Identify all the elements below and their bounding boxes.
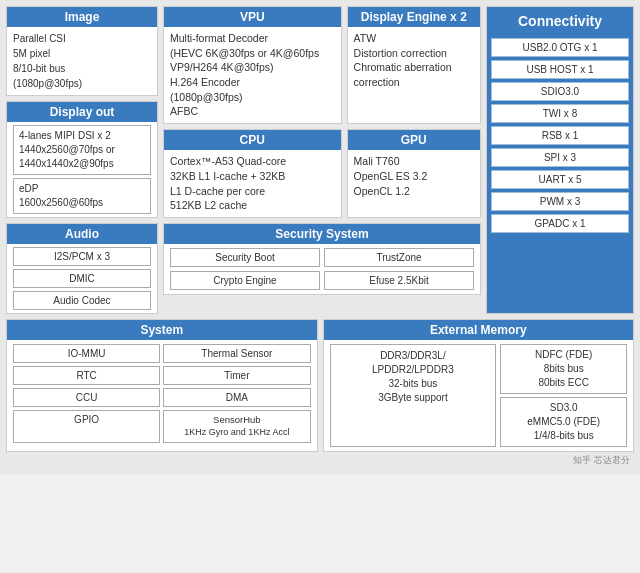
ext-mem-item2: SD3.0eMMC5.0 (FDE)1/4/8-bits bus [500, 397, 627, 447]
cpu-header: CPU [164, 130, 341, 150]
ext-mem-header: External Memory [324, 320, 634, 340]
sys-item-4: CCU [13, 388, 160, 407]
image-body: Parallel CSI5M pixel8/10-bit bus(1080p@3… [7, 27, 157, 95]
mid-col: VPU Multi-format Decoder(HEVC 6K@30fps o… [163, 6, 481, 314]
cpu-body: Cortex™-A53 Quad-core32KB L1 I-cache + 3… [164, 150, 341, 217]
vpu-header: VPU [164, 7, 341, 27]
vpu-block: VPU Multi-format Decoder(HEVC 6K@30fps o… [163, 6, 342, 124]
security-block: Security System Security Boot TrustZone … [163, 223, 481, 295]
audio-block: Audio I2S/PCM x 3 DMIC Audio Codec [6, 223, 158, 314]
gpu-header: GPU [348, 130, 480, 150]
system-block: System IO-MMU Thermal Sensor RTC Timer C… [6, 319, 318, 452]
right-col: Connectivity USB2.0 OTG x 1 USB HOST x 1… [486, 6, 634, 314]
display-engine-block: Display Engine x 2 ATWDistortion correct… [347, 6, 481, 124]
audio-items: I2S/PCM x 3 DMIC Audio Codec [7, 244, 157, 313]
display-out-header: Display out [7, 102, 157, 122]
conn-item-6: UART x 5 [491, 170, 629, 189]
bottom-section: System IO-MMU Thermal Sensor RTC Timer C… [6, 319, 634, 452]
sys-item-1: Thermal Sensor [163, 344, 310, 363]
display-out-item2: eDP1600x2560@60fps [13, 178, 151, 214]
image-block: Image Parallel CSI5M pixel8/10-bit bus(1… [6, 6, 158, 96]
vpu-body: Multi-format Decoder(HEVC 6K@30fps or 4K… [164, 27, 341, 123]
audio-item3: Audio Codec [13, 291, 151, 310]
security-inner: Security Boot TrustZone [164, 244, 480, 271]
ext-mem-item1: NDFC (FDE)8bits bus80bits ECC [500, 344, 627, 394]
connectivity-block: Connectivity USB2.0 OTG x 1 USB HOST x 1… [486, 6, 634, 314]
gpu-body: Mali T760OpenGL ES 3.2OpenCL 1.2 [348, 150, 480, 202]
connectivity-items: USB2.0 OTG x 1 USB HOST x 1 SDIO3.0 TWI … [487, 35, 633, 236]
conn-item-1: USB HOST x 1 [491, 60, 629, 79]
ext-mem-right: NDFC (FDE)8bits bus80bits ECC SD3.0eMMC5… [500, 344, 627, 447]
left-col: Image Parallel CSI5M pixel8/10-bit bus(1… [6, 6, 158, 314]
security-header: Security System [164, 224, 480, 244]
display-out-block: Display out 4-lanes MIPI DSI x 21440x256… [6, 101, 158, 218]
image-content: Parallel CSI5M pixel8/10-bit bus(1080p@3… [13, 31, 151, 91]
audio-header: Audio [7, 224, 157, 244]
ext-mem-inner: DDR3/DDR3L/LPDDR2/LPDDR332-bits bus3GByt… [324, 340, 634, 451]
sys-item-7: SensorHub1KHz Gyro and 1KHz Accl [163, 410, 310, 443]
watermark: 知乎 芯达君分 [6, 452, 634, 469]
sys-item-5: DMA [163, 388, 310, 407]
conn-item-0: USB2.0 OTG x 1 [491, 38, 629, 57]
connectivity-header: Connectivity [487, 7, 633, 35]
display-engine-body: ATWDistortion correctionChromatic aberra… [348, 27, 480, 94]
conn-item-2: SDIO3.0 [491, 82, 629, 101]
external-memory-block: External Memory DDR3/DDR3L/LPDDR2/LPDDR3… [323, 319, 635, 452]
display-engine-header: Display Engine x 2 [348, 7, 480, 27]
sys-item-0: IO-MMU [13, 344, 160, 363]
conn-item-3: TWI x 8 [491, 104, 629, 123]
vpu-display-row: VPU Multi-format Decoder(HEVC 6K@30fps o… [163, 6, 481, 124]
sys-item-6: GPIO [13, 410, 160, 443]
conn-item-8: GPADC x 1 [491, 214, 629, 233]
display-out-items: 4-lanes MIPI DSI x 21440x2560@70fps or14… [7, 122, 157, 217]
security-item3: Crypto Engine [170, 271, 320, 290]
security-inner2: Crypto Engine Efuse 2.5Kbit [164, 271, 480, 294]
display-out-item1: 4-lanes MIPI DSI x 21440x2560@70fps or14… [13, 125, 151, 175]
sys-item-2: RTC [13, 366, 160, 385]
conn-item-7: PWM x 3 [491, 192, 629, 211]
main-wrapper: Image Parallel CSI5M pixel8/10-bit bus(1… [0, 0, 640, 475]
image-header: Image [7, 7, 157, 27]
security-item2: TrustZone [324, 248, 474, 267]
sys-item-3: Timer [163, 366, 310, 385]
audio-item1: I2S/PCM x 3 [13, 247, 151, 266]
top-section: Image Parallel CSI5M pixel8/10-bit bus(1… [6, 6, 634, 314]
system-inner: IO-MMU Thermal Sensor RTC Timer CCU DMA … [7, 340, 317, 447]
audio-item2: DMIC [13, 269, 151, 288]
cpu-block: CPU Cortex™-A53 Quad-core32KB L1 I-cache… [163, 129, 342, 218]
security-item4: Efuse 2.5Kbit [324, 271, 474, 290]
ext-mem-main: DDR3/DDR3L/LPDDR2/LPDDR332-bits bus3GByt… [330, 344, 497, 447]
conn-item-4: RSB x 1 [491, 126, 629, 145]
system-header: System [7, 320, 317, 340]
security-item1: Security Boot [170, 248, 320, 267]
cpu-gpu-row: CPU Cortex™-A53 Quad-core32KB L1 I-cache… [163, 129, 481, 218]
gpu-block: GPU Mali T760OpenGL ES 3.2OpenCL 1.2 [347, 129, 481, 218]
conn-item-5: SPI x 3 [491, 148, 629, 167]
